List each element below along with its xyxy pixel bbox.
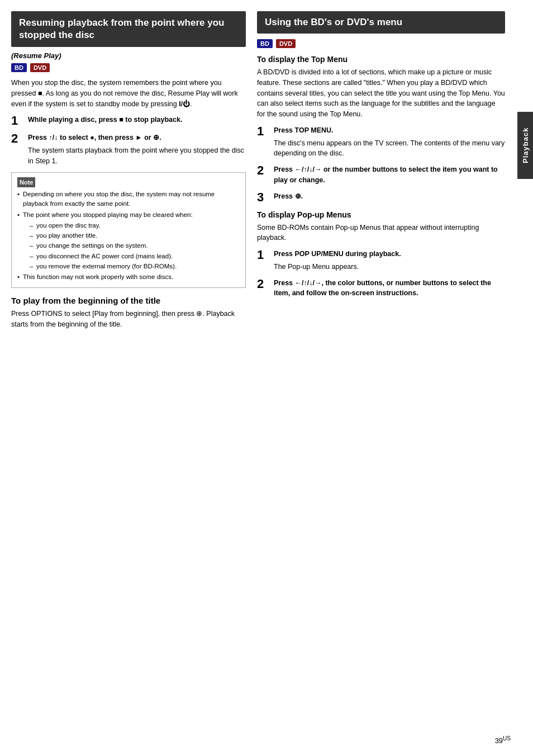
left-subsection-title: To play from the beginning of the title xyxy=(11,296,246,305)
popup-menu-intro: Some BD-ROMs contain Pop-up Menus that a… xyxy=(257,223,505,244)
top-menu-intro: A BD/DVD is divided into a lot of sectio… xyxy=(257,67,505,120)
left-steps: 1 While playing a disc, press ■ to stop … xyxy=(11,115,246,166)
popup-menu-step-2-number: 2 xyxy=(257,278,268,290)
right-section-title-box: Using the BD's or DVD's menu xyxy=(257,11,505,34)
left-step-2-subtext: The system starts playback from the poin… xyxy=(28,145,246,167)
right-badge-dvd: DVD xyxy=(276,39,296,48)
page-number-value: 39 xyxy=(495,736,503,745)
note-subitem-2: you play another title. xyxy=(30,231,240,240)
right-badge-row: BD DVD xyxy=(257,39,505,48)
top-menu-step-3-text: Press ⊕. xyxy=(274,192,303,200)
left-step-1-number: 1 xyxy=(11,115,22,127)
note-subitem-3: you change the settings on the system. xyxy=(30,241,240,251)
note-item-3: This function may not work properly with… xyxy=(17,272,240,282)
note-item-2: The point where you stopped playing may … xyxy=(17,210,240,272)
right-section-title: Using the BD's or DVD's menu xyxy=(265,17,497,28)
note-box: Note Depending on where you stop the dis… xyxy=(11,172,246,289)
top-menu-step-3: 3 Press ⊕. xyxy=(257,191,505,204)
right-column: Using the BD's or DVD's menu BD DVD To d… xyxy=(257,11,505,745)
top-menu-step-2: 2 Press ←/↑/↓/→ or the number buttons to… xyxy=(257,164,505,186)
resume-play-label: (Resume Play) xyxy=(11,51,246,60)
popup-menu-step-2: 2 Press ←/↑/↓/→, the color buttons, or n… xyxy=(257,278,505,299)
left-subsection: To play from the beginning of the title … xyxy=(11,296,246,330)
popup-menu-steps: 1 Press POP UP/MENU during playback. The… xyxy=(257,249,505,299)
popup-menu-title: To display Pop-up Menus xyxy=(257,210,505,219)
left-badge-bd: BD xyxy=(11,63,27,72)
top-menu-step-1: 1 Press TOP MENU. The disc's menu appear… xyxy=(257,125,505,159)
note-sublist: you open the disc tray. you play another… xyxy=(23,221,240,271)
left-column: Resuming playback from the point where y… xyxy=(11,11,246,745)
sidebar-tab: Playback xyxy=(517,112,533,179)
top-menu-step-1-subtext: The disc's menu appears on the TV screen… xyxy=(274,138,505,159)
main-content: Resuming playback from the point where y… xyxy=(11,11,522,745)
left-section-title-box: Resuming playback from the point where y… xyxy=(11,11,246,47)
note-subitem-1: you open the disc tray. xyxy=(30,221,240,230)
note-subitem-5: you remove the external memory (for BD-R… xyxy=(30,262,240,271)
top-menu-step-2-number: 2 xyxy=(257,164,268,177)
top-menu-step-3-number: 3 xyxy=(257,191,268,204)
note-subitem-4: you disconnect the AC power cord (mains … xyxy=(30,252,240,261)
left-section-title: Resuming playback from the point where y… xyxy=(19,17,238,41)
left-intro-text: When you stop the disc, the system remem… xyxy=(11,78,246,109)
sidebar-tab-label: Playback xyxy=(521,127,530,163)
note-label: Note xyxy=(17,177,35,188)
left-subsection-text: Press OPTIONS to select [Play from begin… xyxy=(11,309,246,330)
top-menu-step-1-text: Press TOP MENU. xyxy=(274,126,334,134)
left-badge-row: BD DVD xyxy=(11,63,246,72)
note-item-1: Depending on where you stop the disc, th… xyxy=(17,190,240,209)
page-suffix: US xyxy=(503,735,511,741)
top-menu-step-1-number: 1 xyxy=(257,125,268,138)
left-step-1: 1 While playing a disc, press ■ to stop … xyxy=(11,115,246,127)
top-menu-title: To display the Top Menu xyxy=(257,55,505,64)
note-list: Depending on where you stop the disc, th… xyxy=(17,190,240,282)
top-menu-step-2-text: Press ←/↑/↓/→ or the number buttons to s… xyxy=(274,166,498,184)
left-step-2: 2 Press ↑/↓ to select ●, then press ► or… xyxy=(11,133,246,166)
popup-menu-step-1-number: 1 xyxy=(257,249,268,261)
left-step-1-text: While playing a disc, press ■ to stop pl… xyxy=(28,116,182,124)
popup-menu-step-1-text: Press POP UP/MENU during playback. xyxy=(274,250,401,258)
left-step-2-number: 2 xyxy=(11,133,22,145)
popup-menu-step-1-subtext: The Pop-up Menu appears. xyxy=(274,262,401,272)
popup-menu-step-1: 1 Press POP UP/MENU during playback. The… xyxy=(257,249,505,272)
left-badge-dvd: DVD xyxy=(30,63,50,72)
page-number: 39US xyxy=(495,735,511,745)
left-step-2-text: Press ↑/↓ to select ●, then press ► or ⊕… xyxy=(28,134,161,141)
right-badge-bd: BD xyxy=(257,39,273,48)
page-container: Resuming playback from the point where y… xyxy=(0,0,533,756)
popup-menu-step-2-text: Press ←/↑/↓/→, the color buttons, or num… xyxy=(274,279,491,297)
top-menu-steps: 1 Press TOP MENU. The disc's menu appear… xyxy=(257,125,505,204)
